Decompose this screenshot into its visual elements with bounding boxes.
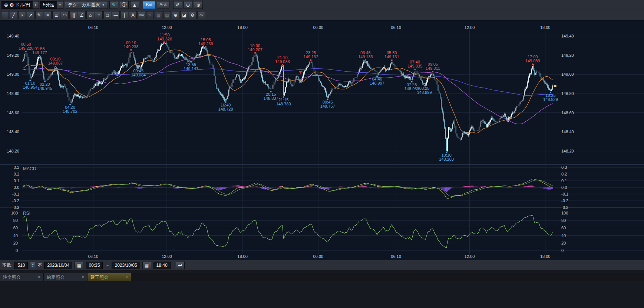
swing-high-marker: [365, 59, 366, 61]
swing-high-marker: [25, 51, 27, 52]
tab-close-icon[interactable]: ×: [82, 275, 84, 280]
cursor-tool[interactable]: ↖: [146, 11, 154, 19]
text-tool[interactable]: A: [129, 11, 137, 19]
low-annotation-price: 148.945: [37, 86, 52, 91]
macd-axis-label: 0.0: [561, 185, 567, 190]
bar-count-spinner[interactable]: ▲ ▼: [30, 262, 35, 269]
rsi-axis-label: 80: [13, 218, 18, 223]
swing-high-marker: [310, 59, 312, 61]
rsi-axis-label: 40: [561, 233, 566, 238]
price-axis-label: 148.80: [7, 91, 19, 96]
tab-order-inquiry[interactable]: 注文照会×: [0, 273, 44, 281]
eraser-tool[interactable]: ◪: [180, 11, 188, 19]
pentagon-tool[interactable]: ⌂: [86, 11, 94, 19]
tab-position-inquiry[interactable]: 建玉照会×: [87, 273, 131, 281]
timeframe-dropdown-button[interactable]: ▼: [57, 1, 63, 9]
pencil-icon: ✎: [112, 2, 116, 8]
channel-tool[interactable]: =: [18, 11, 26, 19]
horizontal-lines-tool-icon: ≡: [46, 13, 49, 18]
rsi-panel-label: RSI: [23, 211, 30, 216]
zoom-out-button[interactable]: ⊖: [184, 1, 192, 9]
vertical-line-tool[interactable]: |: [120, 11, 128, 19]
tab-close-icon[interactable]: ×: [38, 275, 40, 280]
spinner-down-icon[interactable]: ▼: [32, 265, 34, 268]
link-tool[interactable]: ∞: [197, 11, 205, 19]
time-axis-label: 06:10: [391, 25, 401, 30]
draw-mode-button[interactable]: ✎: [109, 1, 118, 9]
time-zones-tool-icon: |||: [72, 13, 75, 18]
time-axis-label: 18:00: [237, 25, 248, 30]
low-annotation-price: 148.780: [276, 102, 291, 106]
high-annotation-price: 149.220: [19, 46, 33, 50]
date-to-field[interactable]: 2023/10/05: [112, 262, 140, 269]
trendline-tool-icon: ╱: [12, 13, 15, 18]
time-axis-label: 18:00: [540, 254, 551, 259]
date-from-field[interactable]: 2023/10/04: [44, 262, 72, 269]
price-axis-label: 148.40: [7, 130, 19, 134]
time-zones-tool[interactable]: |||: [69, 11, 77, 19]
currency-pair-label: ドル/円: [15, 2, 30, 8]
chart-area[interactable]: 149.40149.40149.20149.20149.00149.00148.…: [0, 20, 644, 260]
fan-tool[interactable]: ◠: [61, 11, 69, 19]
low-annotation-price: 148.954: [23, 85, 37, 89]
bar-count-value[interactable]: 510: [14, 262, 28, 269]
calendar-to-button[interactable]: ▦: [142, 262, 151, 269]
undo-button[interactable]: ↩: [176, 262, 185, 269]
time-axis-label: 06:10: [88, 25, 99, 30]
settings-tool[interactable]: ⚙: [189, 11, 196, 19]
time-axis-label: 06:10: [391, 254, 401, 259]
horizontal-line-tool[interactable]: —: [112, 11, 120, 19]
price-axis-label: 149.20: [7, 53, 19, 58]
icon-stamp-tool[interactable]: icon: [138, 11, 145, 19]
ray-tool[interactable]: ↗: [27, 11, 34, 19]
chart-edit-button[interactable]: ✐: [173, 1, 182, 9]
chart-mode-button[interactable]: ▲: [130, 1, 139, 9]
macd-axis-label: 0.0: [14, 185, 19, 190]
cursor-tool-icon: ↖: [148, 13, 152, 18]
layout-tool[interactable]: ▤: [163, 11, 171, 19]
time-axis-label: 18:00: [540, 25, 551, 30]
spinner-up-icon[interactable]: ▲: [32, 263, 34, 265]
price-axis-label: 149.00: [7, 72, 19, 76]
trendline-tool[interactable]: ╱: [10, 11, 17, 19]
layout-tool-icon: ▤: [165, 13, 169, 18]
swing-high-marker: [532, 63, 534, 65]
low-annotation-price: 148.702: [63, 109, 77, 114]
grid-tool[interactable]: ▦: [155, 11, 162, 19]
time-from-field[interactable]: 00:35: [86, 262, 103, 269]
swing-annotations: 00:50149.22001:55149.17703:10149.06709:1…: [19, 33, 558, 162]
macd-axis-label: 0.1: [561, 178, 567, 183]
tab-execution-inquiry[interactable]: 約定照会×: [44, 273, 87, 281]
calendar-from-button[interactable]: ▦: [75, 262, 83, 269]
crosshair-tool[interactable]: +: [1, 11, 9, 19]
chevron-down-icon: ▼: [102, 4, 105, 6]
ellipse-tool[interactable]: ○: [95, 11, 103, 19]
macd-axis-label: 0.1: [14, 178, 19, 183]
sma-75-line: [23, 55, 552, 124]
pair-dropdown-button[interactable]: ▼: [32, 1, 39, 9]
swing-high-marker: [282, 64, 283, 66]
ellipse-tool-icon: ○: [98, 13, 100, 18]
freehand-tool[interactable]: ✎: [35, 11, 43, 19]
high-annotation-price: 149.131: [384, 55, 399, 59]
currency-pair-selector[interactable]: ドル/円 ▼: [1, 1, 39, 9]
technical-select-button[interactable]: テクニカル選択 ▼: [65, 1, 108, 9]
angle-tool[interactable]: ∠: [78, 11, 86, 19]
low-annotation-price: 148.837: [264, 96, 278, 101]
timeframe-value: 5分足: [43, 2, 55, 8]
zoom-tool[interactable]: ⊕: [172, 11, 179, 19]
fibonacci-tool-icon: ≣: [54, 13, 58, 18]
time-to-field[interactable]: 18:40: [153, 262, 171, 269]
horizontal-lines-tool[interactable]: ≡: [44, 11, 52, 19]
fibonacci-tool[interactable]: ≣: [52, 11, 60, 19]
timeframe-selector[interactable]: 5分足 ▼: [40, 1, 63, 9]
zoom-in-button[interactable]: ⊕: [194, 1, 203, 9]
chart-pencil-icon: ✐: [175, 2, 179, 8]
info-button[interactable]: ⓘ: [120, 1, 129, 9]
chevron-down-icon: ▼: [59, 4, 61, 6]
tab-close-icon[interactable]: ×: [125, 275, 128, 280]
rectangle-tool[interactable]: □: [103, 11, 111, 19]
ask-button[interactable]: Ask: [157, 1, 169, 9]
time-axis-label: 00:00: [313, 254, 323, 259]
bid-button[interactable]: Bid: [143, 1, 155, 9]
